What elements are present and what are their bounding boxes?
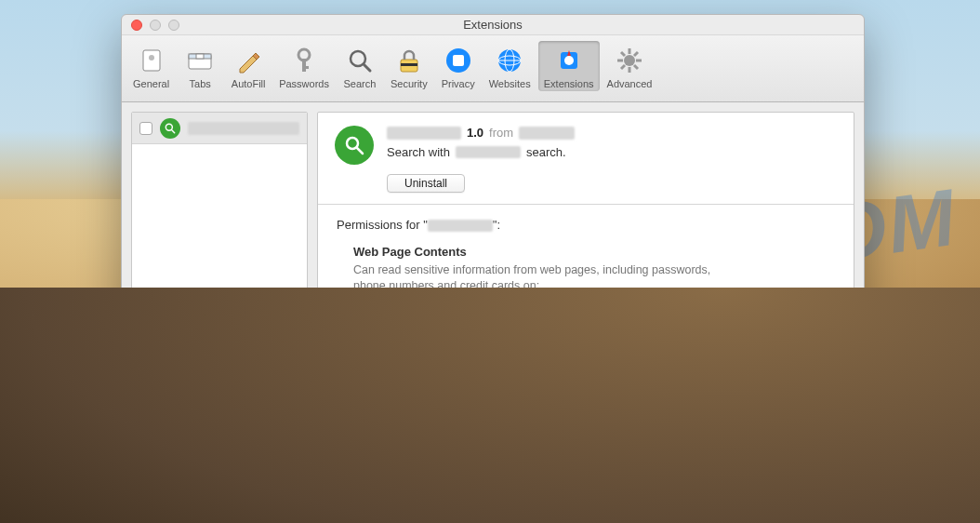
perm-title-name-redacted: [428, 220, 493, 232]
perm-desc: Can read sensitive information from web …: [353, 262, 744, 294]
extensions-icon: [553, 45, 585, 76]
svg-rect-4: [196, 54, 204, 59]
svg-line-27: [634, 52, 638, 56]
window-titlebar: Extensions: [122, 15, 864, 35]
toolbar-advanced[interactable]: Advanced: [602, 41, 658, 91]
permissions-title: Permissions for "":: [337, 218, 835, 232]
toolbar-extensions-label: Extensions: [544, 78, 594, 89]
perm-desc: Can see when you visit:: [353, 347, 744, 363]
svg-rect-7: [302, 66, 309, 69]
perm-heading: Browsing History: [353, 329, 835, 343]
svg-line-32: [357, 148, 363, 154]
extension-meta: 1.0 from Search with search. Uninstall: [387, 126, 837, 193]
extension-from-text: from: [489, 126, 513, 140]
perm-title-suffix: ":: [493, 218, 500, 232]
svg-rect-13: [453, 55, 464, 66]
desc-prefix: Search with: [387, 145, 450, 159]
permission-web-page-contents: Web Page Contents Can read sensitive inf…: [353, 245, 835, 313]
toolbar-privacy[interactable]: Privacy: [435, 41, 482, 91]
toolbar-general[interactable]: General: [127, 41, 175, 91]
advanced-icon: [614, 45, 645, 76]
toolbar-passwords[interactable]: Passwords: [273, 41, 335, 91]
svg-point-1: [149, 55, 154, 60]
extension-list-item[interactable]: [132, 113, 307, 144]
extension-name-redacted: [387, 127, 461, 140]
toolbar-tabs[interactable]: Tabs: [177, 41, 223, 91]
desc-suffix: search.: [526, 145, 566, 159]
toolbar-security-label: Security: [391, 78, 428, 89]
window-title: Extensions: [122, 18, 864, 32]
toolbar-security[interactable]: Security: [385, 41, 433, 91]
toolbar-websites-label: Websites: [489, 78, 531, 89]
search-icon: [344, 45, 376, 76]
extension-name-redacted: [188, 122, 299, 135]
autofill-icon: [232, 45, 264, 76]
perm-item: all web pages: [379, 369, 835, 382]
toolbar-tabs-label: Tabs: [190, 78, 211, 89]
toolbar-general-label: General: [133, 78, 169, 89]
security-icon: [393, 45, 425, 76]
svg-line-26: [634, 65, 638, 69]
extension-icon: [335, 126, 374, 165]
toolbar-search[interactable]: Search: [337, 41, 383, 91]
perm-heading: Web Page Contents: [353, 245, 835, 259]
extensions-list: [131, 112, 308, 497]
toolbar-search-label: Search: [344, 78, 377, 89]
extension-list-icon: [160, 118, 180, 139]
svg-rect-6: [302, 59, 306, 72]
window-content: 1.0 from Search with search. Uninstall: [122, 102, 864, 506]
passwords-icon: [288, 45, 320, 76]
desc-name-redacted: [456, 146, 521, 158]
toolbar-autofill[interactable]: AutoFill: [225, 41, 271, 91]
extension-title-line: 1.0 from: [387, 126, 837, 140]
toolbar-websites[interactable]: Websites: [483, 41, 536, 91]
permissions-section: Permissions for "": Web Page Contents Ca…: [318, 205, 854, 411]
extension-version: 1.0: [467, 126, 483, 140]
extension-author-redacted: [519, 127, 575, 140]
svg-line-28: [621, 65, 625, 69]
websites-icon: [494, 45, 525, 76]
toolbar-autofill-label: AutoFill: [232, 78, 266, 89]
svg-rect-11: [401, 63, 417, 66]
privacy-icon: [443, 45, 474, 76]
tabs-icon: [184, 45, 216, 76]
preferences-toolbar: General Tabs AutoFill Passwords: [122, 35, 864, 102]
toolbar-passwords-label: Passwords: [279, 78, 329, 89]
toolbar-privacy-label: Privacy: [442, 78, 475, 89]
perm-item: all web pages: [379, 300, 835, 313]
extension-details: 1.0 from Search with search. Uninstall: [317, 112, 854, 497]
extension-header: 1.0 from Search with search. Uninstall: [318, 113, 854, 204]
svg-line-9: [364, 64, 370, 71]
extension-description: Search with search.: [387, 145, 837, 159]
svg-line-25: [621, 52, 625, 56]
svg-point-19: [564, 56, 574, 65]
extension-enable-checkbox[interactable]: [139, 122, 152, 135]
preferences-window: Extensions General Tabs AutoFill: [121, 14, 865, 507]
uninstall-button[interactable]: Uninstall: [387, 174, 465, 193]
perm-title-prefix: Permissions for ": [337, 218, 428, 232]
toolbar-advanced-label: Advanced: [607, 78, 653, 89]
permission-browsing-history: Browsing History Can see when you visit:…: [353, 329, 835, 382]
general-icon: [136, 45, 167, 76]
desktop-background: MYANTISPYWARE.COM Extensions General: [0, 0, 980, 523]
svg-line-30: [172, 129, 175, 132]
toolbar-extensions[interactable]: Extensions: [538, 41, 600, 91]
svg-point-20: [624, 55, 635, 66]
